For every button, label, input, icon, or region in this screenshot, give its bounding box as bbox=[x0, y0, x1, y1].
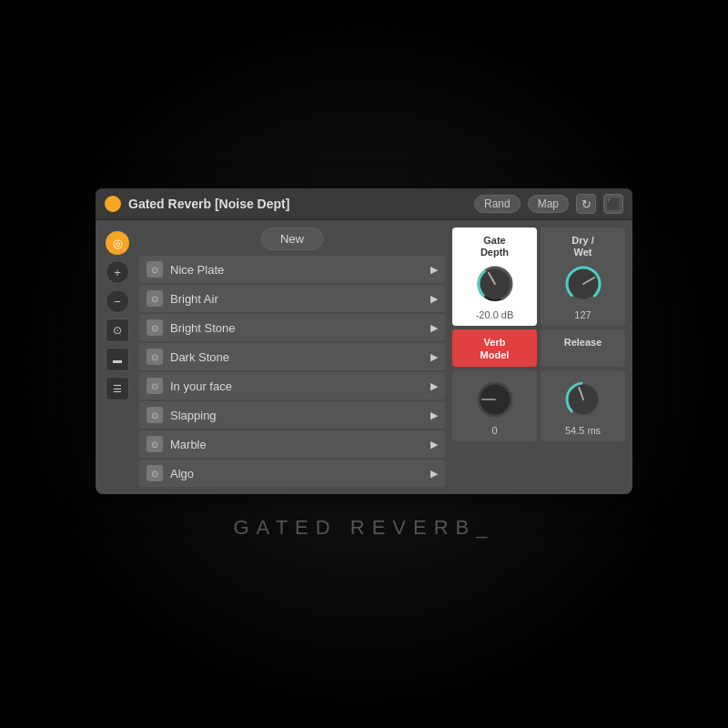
preset-icon: ⊙ bbox=[147, 378, 163, 394]
save-button[interactable]: ⬛ bbox=[603, 194, 623, 214]
dry-wet-label: Dry /Wet bbox=[571, 235, 593, 258]
gate-depth-knob[interactable] bbox=[473, 262, 517, 306]
controls-panel: GateDepth -20.0 dB Dry /Wet bbox=[452, 228, 625, 487]
play-icon: ▶ bbox=[430, 322, 438, 334]
play-icon: ▶ bbox=[430, 380, 438, 392]
preset-icon: ⊙ bbox=[147, 261, 163, 278]
preset-name: Nice Plate bbox=[170, 263, 423, 277]
preset-name: Dark Stone bbox=[170, 350, 423, 364]
rand-button[interactable]: Rand bbox=[474, 195, 521, 213]
plugin-window: Gated Reverb [Noise Dept] Rand Map ↻ ⬛ ◎… bbox=[96, 188, 632, 494]
preset-name: Algo bbox=[170, 467, 423, 480]
sidebar-eject-button[interactable]: ▬ bbox=[106, 348, 129, 371]
preset-item[interactable]: ⊙ Bright Air ▶ bbox=[139, 285, 445, 312]
preset-name: In your face bbox=[170, 379, 423, 393]
preset-icon: ⊙ bbox=[147, 465, 163, 481]
play-icon: ▶ bbox=[430, 293, 438, 305]
release-label: Release bbox=[564, 337, 602, 349]
sidebar-home-button[interactable]: ◎ bbox=[106, 231, 129, 255]
home-icon: ◎ bbox=[113, 237, 123, 250]
preset-name: Bright Stone bbox=[170, 321, 423, 335]
controls-row-3: 0 54.5 ms bbox=[452, 370, 625, 441]
preset-item[interactable]: ⊙ Dark Stone ▶ bbox=[139, 343, 445, 370]
play-icon: ▶ bbox=[430, 351, 438, 363]
preset-name: Slapping bbox=[170, 409, 423, 422]
controls-row-1: GateDepth -20.0 dB Dry /Wet bbox=[452, 228, 625, 326]
preset-icon: ⊙ bbox=[147, 407, 163, 423]
list-icon: ☰ bbox=[113, 383, 122, 395]
release-label-box: Release bbox=[541, 329, 625, 366]
dry-wet-value: 127 bbox=[574, 309, 591, 320]
preset-list: ⊙ Nice Plate ▶ ⊙ Bright Air ▶ ⊙ Bright S… bbox=[139, 256, 445, 487]
sidebar: ◎ + − ⊙ ▬ ☰ bbox=[103, 228, 132, 487]
gate-depth-control[interactable]: GateDepth -20.0 dB bbox=[452, 228, 537, 326]
play-icon: ▶ bbox=[430, 468, 438, 480]
camera-icon: ⊙ bbox=[113, 324, 122, 337]
sidebar-add-button[interactable]: + bbox=[106, 260, 129, 284]
title-dot[interactable] bbox=[105, 196, 121, 212]
gate-depth-value: -20.0 dB bbox=[476, 309, 514, 320]
map-button[interactable]: Map bbox=[528, 195, 569, 213]
play-icon: ▶ bbox=[430, 264, 438, 276]
plus-icon: + bbox=[114, 266, 121, 279]
dry-wet-control[interactable]: Dry /Wet 127 bbox=[541, 228, 625, 326]
preset-item[interactable]: ⊙ Slapping ▶ bbox=[139, 401, 445, 429]
preset-item[interactable]: ⊙ Marble ▶ bbox=[139, 430, 445, 458]
release-value: 54.5 ms bbox=[565, 425, 601, 436]
gate-depth-label: GateDepth bbox=[480, 235, 509, 258]
sidebar-minus-button[interactable]: − bbox=[106, 289, 129, 313]
refresh-button[interactable]: ↻ bbox=[576, 194, 596, 214]
footer-title: GATED REVERB_ bbox=[234, 516, 495, 540]
main-content: ◎ + − ⊙ ▬ ☰ New ⊙ Nice P bbox=[96, 220, 632, 494]
preset-name: Bright Air bbox=[170, 292, 423, 306]
controls-row-2: VerbModel Release bbox=[452, 329, 625, 366]
play-icon: ▶ bbox=[430, 439, 438, 450]
preset-panel: New ⊙ Nice Plate ▶ ⊙ Bright Air ▶ ⊙ Brig… bbox=[139, 228, 445, 487]
title-bar: Gated Reverb [Noise Dept] Rand Map ↻ ⬛ bbox=[96, 188, 632, 220]
plugin-title: Gated Reverb [Noise Dept] bbox=[128, 197, 467, 211]
preset-icon: ⊙ bbox=[147, 436, 163, 452]
new-preset-button[interactable]: New bbox=[261, 228, 323, 250]
verb-model-knob[interactable] bbox=[473, 378, 517, 421]
verb-model-value: 0 bbox=[491, 425, 497, 436]
preset-name: Marble bbox=[170, 438, 423, 451]
minus-icon: − bbox=[114, 295, 121, 308]
save-icon: ⬛ bbox=[606, 197, 621, 211]
preset-item[interactable]: ⊙ Nice Plate ▶ bbox=[139, 256, 445, 283]
sidebar-list-button[interactable]: ☰ bbox=[106, 377, 129, 400]
play-icon: ▶ bbox=[430, 410, 438, 421]
preset-item[interactable]: ⊙ In your face ▶ bbox=[139, 372, 445, 399]
release-control[interactable]: 54.5 ms bbox=[541, 370, 625, 441]
refresh-icon: ↻ bbox=[581, 197, 592, 211]
preset-item[interactable]: ⊙ Bright Stone ▶ bbox=[139, 314, 445, 341]
preset-item[interactable]: ⊙ Algo ▶ bbox=[139, 460, 445, 487]
dry-wet-knob[interactable] bbox=[561, 262, 605, 306]
eject-icon: ▬ bbox=[113, 355, 122, 365]
preset-icon: ⊙ bbox=[147, 349, 163, 365]
preset-icon: ⊙ bbox=[147, 290, 163, 307]
sidebar-camera-button[interactable]: ⊙ bbox=[106, 318, 129, 342]
verb-knob-control[interactable]: 0 bbox=[452, 370, 537, 441]
release-knob[interactable] bbox=[561, 378, 605, 421]
verb-model-control[interactable]: VerbModel bbox=[452, 329, 537, 366]
preset-icon: ⊙ bbox=[147, 319, 163, 336]
verb-model-label: VerbModel bbox=[480, 337, 510, 360]
